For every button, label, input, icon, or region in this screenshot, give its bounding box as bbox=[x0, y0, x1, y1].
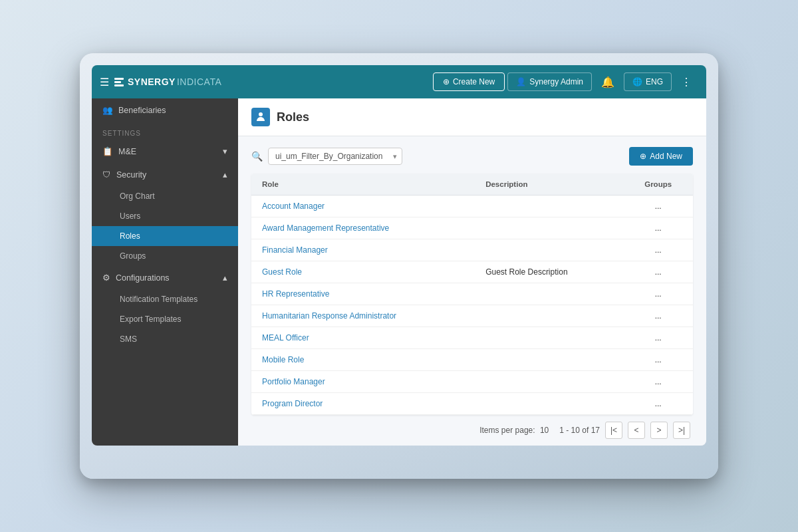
roles-label: Roles bbox=[120, 231, 140, 241]
prev-page-button[interactable]: < bbox=[628, 422, 645, 439]
td-groups: ... bbox=[623, 196, 693, 217]
sidebar-child-roles[interactable]: Roles bbox=[92, 226, 238, 246]
sidebar-parent-me[interactable]: 📋 M&E ▾ bbox=[92, 140, 238, 163]
sidebar-child-notification-templates[interactable]: Notification Templates bbox=[92, 289, 238, 309]
td-groups: ... bbox=[623, 239, 693, 261]
next-page-button[interactable]: > bbox=[650, 422, 668, 439]
language-button[interactable]: 🌐 ENG bbox=[624, 72, 672, 91]
table-row: Award Management Representative ... bbox=[251, 217, 693, 239]
pagination-bar: Items per page: 10 1 - 10 of 17 |< < > >… bbox=[251, 415, 693, 446]
td-description bbox=[475, 217, 623, 239]
filter-dropdown[interactable]: ui_um_Filter_By_Organization bbox=[268, 148, 402, 165]
filter-select-wrapper: ui_um_Filter_By_Organization bbox=[268, 148, 402, 165]
notification-button[interactable]: 🔔 bbox=[595, 72, 621, 92]
sidebar-child-users[interactable]: Users bbox=[92, 206, 238, 226]
sidebar: 👥 Beneficiaries SETTINGS 📋 M&E ▾ 🛡 Secur… bbox=[92, 98, 238, 446]
role-link[interactable]: HR Representative bbox=[262, 289, 329, 299]
sidebar-child-sms[interactable]: SMS bbox=[92, 329, 238, 349]
table-row: Guest Role Guest Role Description ... bbox=[251, 261, 693, 283]
role-link[interactable]: Portfolio Manager bbox=[262, 377, 325, 386]
td-description bbox=[475, 283, 623, 305]
sidebar-parent-me-left: 📋 M&E bbox=[102, 146, 136, 156]
page-range: 1 - 10 of 17 bbox=[559, 426, 600, 435]
table-row: MEAL Officer ... bbox=[251, 327, 693, 349]
filter-bar: 🔍 ui_um_Filter_By_Organization ⊕ Add New bbox=[251, 147, 693, 166]
td-description bbox=[475, 196, 623, 217]
td-description bbox=[475, 371, 623, 393]
table-row: Humanitarian Response Administrator ... bbox=[251, 305, 693, 327]
main-layout: 👥 Beneficiaries SETTINGS 📋 M&E ▾ 🛡 Secur… bbox=[92, 98, 706, 446]
table-row: HR Representative ... bbox=[251, 283, 693, 305]
chevron-down-icon: ▾ bbox=[223, 146, 227, 156]
add-new-button[interactable]: ⊕ Add New bbox=[629, 147, 693, 166]
role-link[interactable]: MEAL Officer bbox=[262, 333, 309, 342]
hamburger-icon[interactable]: ☰ bbox=[100, 76, 109, 88]
sidebar-parent-security-left: 🛡 Security bbox=[102, 170, 146, 180]
table-row: Program Director ... bbox=[251, 393, 693, 415]
logo-area: ☰ SYNERGY INDICATA bbox=[100, 76, 221, 88]
page-title: Roles bbox=[277, 110, 309, 124]
td-groups: ... bbox=[623, 349, 693, 371]
td-groups: ... bbox=[623, 371, 693, 393]
role-link[interactable]: Guest Role bbox=[262, 267, 302, 277]
create-new-label: Create New bbox=[453, 77, 495, 86]
beneficiaries-icon: 👥 bbox=[102, 105, 113, 115]
last-page-button[interactable]: >| bbox=[673, 422, 690, 439]
td-groups: ... bbox=[623, 283, 693, 305]
content-body: 🔍 ui_um_Filter_By_Organization ⊕ Add New bbox=[238, 136, 706, 446]
sidebar-child-org-chart[interactable]: Org Chart bbox=[92, 186, 238, 206]
td-role: Mobile Role bbox=[251, 349, 475, 371]
role-link[interactable]: Financial Manager bbox=[262, 245, 328, 255]
td-description bbox=[475, 327, 623, 349]
logo-indicata: INDICATA bbox=[177, 76, 221, 87]
groups-label: Groups bbox=[120, 251, 146, 261]
logo-bar-3 bbox=[114, 84, 124, 86]
notification-templates-label: Notification Templates bbox=[120, 295, 198, 304]
sidebar-item-beneficiaries[interactable]: 👥 Beneficiaries bbox=[92, 98, 238, 122]
more-options-button[interactable]: ⋮ bbox=[674, 72, 698, 92]
plus-circle-icon: ⊕ bbox=[443, 77, 450, 86]
role-link[interactable]: Mobile Role bbox=[262, 355, 304, 364]
sidebar-child-groups[interactable]: Groups bbox=[92, 246, 238, 266]
th-role: Role bbox=[251, 174, 475, 196]
create-new-button[interactable]: ⊕ Create New bbox=[433, 72, 505, 91]
user-icon: 👤 bbox=[516, 77, 526, 86]
language-label: ENG bbox=[646, 77, 663, 86]
content-area: Roles 🔍 ui_um_Filter_By_Organization bbox=[238, 98, 706, 446]
td-groups: ... bbox=[623, 305, 693, 327]
page-icon bbox=[251, 108, 270, 126]
td-description bbox=[475, 393, 623, 415]
logo-text: SYNERGY INDICATA bbox=[114, 76, 221, 87]
td-role: MEAL Officer bbox=[251, 327, 475, 349]
role-link[interactable]: Humanitarian Response Administrator bbox=[262, 311, 396, 321]
role-link[interactable]: Account Manager bbox=[262, 201, 325, 211]
td-role: Financial Manager bbox=[251, 239, 475, 261]
sms-label: SMS bbox=[120, 334, 137, 344]
user-button[interactable]: 👤 Synergy Admin bbox=[507, 72, 592, 91]
td-description bbox=[475, 305, 623, 327]
security-icon: 🛡 bbox=[102, 170, 111, 180]
sidebar-child-export-templates[interactable]: Export Templates bbox=[92, 309, 238, 329]
role-link[interactable]: Program Director bbox=[262, 399, 323, 408]
td-description bbox=[475, 239, 623, 261]
chevron-up-icon: ▴ bbox=[223, 170, 227, 180]
plus-circle-add-icon: ⊕ bbox=[640, 152, 646, 161]
td-role: Portfolio Manager bbox=[251, 371, 475, 393]
configurations-icon: ⚙ bbox=[102, 273, 110, 283]
sidebar-parent-configurations[interactable]: ⚙ Configurations ▴ bbox=[92, 266, 238, 289]
td-groups: ... bbox=[623, 327, 693, 349]
add-new-label: Add New bbox=[650, 152, 682, 161]
logo-bar-2 bbox=[114, 81, 121, 83]
first-page-button[interactable]: |< bbox=[605, 422, 622, 439]
items-per-page-label: Items per page: 10 bbox=[479, 426, 549, 435]
td-description: Guest Role Description bbox=[475, 261, 623, 283]
table-row: Account Manager ... bbox=[251, 196, 693, 217]
me-label: M&E bbox=[118, 147, 136, 156]
monitor-wrapper: ☰ SYNERGY INDICATA ⊕ Create New bbox=[80, 53, 718, 479]
role-link[interactable]: Award Management Representative bbox=[262, 223, 389, 233]
table-row: Mobile Role ... bbox=[251, 349, 693, 371]
sidebar-parent-security[interactable]: 🛡 Security ▴ bbox=[92, 163, 238, 186]
td-role: Humanitarian Response Administrator bbox=[251, 305, 475, 327]
settings-section-label: SETTINGS bbox=[92, 122, 238, 140]
table-row: Portfolio Manager ... bbox=[251, 371, 693, 393]
